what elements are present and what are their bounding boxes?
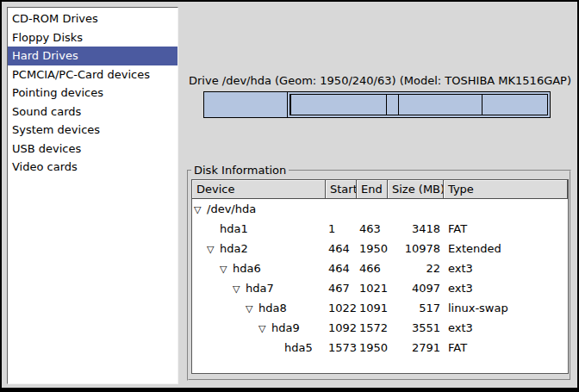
table-row-hda7[interactable]: ▽hda746710214097ext3 xyxy=(192,278,568,298)
partition-segment-hda9 xyxy=(399,94,482,115)
device-cell: ▽hda7 xyxy=(192,278,326,298)
end-cell: 1950 xyxy=(357,338,388,358)
start-cell: 1573 xyxy=(326,338,357,358)
table-body: ▽/dev/hdahda114633418FAT▽hda246419501097… xyxy=(192,199,568,358)
type-cell: FAT xyxy=(444,338,568,358)
partition-segment-hda7 xyxy=(291,94,387,115)
sidebar-item-pointing-devices[interactable]: Pointing devices xyxy=(8,84,177,103)
sidebar-item-system-devices[interactable]: System devices xyxy=(8,121,177,140)
disk-information-table: DeviceStartEndSize (MB)Type ▽/dev/hdahda… xyxy=(191,179,569,374)
table-row-dev-hda[interactable]: ▽/dev/hda xyxy=(192,199,568,219)
device-name: /dev/hda xyxy=(207,202,256,215)
disk-information-frame-label: Disk Information xyxy=(191,164,289,177)
partition-segment-hda2 xyxy=(288,92,550,117)
size-cell: 3418 xyxy=(388,219,444,239)
device-name: hda6 xyxy=(233,262,261,275)
end-cell: 466 xyxy=(357,258,388,278)
end-cell: 1021 xyxy=(357,278,388,298)
start-cell: 467 xyxy=(326,278,357,298)
device-cell: ▽hda9 xyxy=(192,318,326,338)
size-cell: 22 xyxy=(388,258,444,278)
expander-open-icon[interactable]: ▽ xyxy=(258,319,271,338)
start-cell: 1022 xyxy=(326,298,357,318)
sidebar-item-floppy-disks[interactable]: Floppy Disks xyxy=(8,28,177,47)
table-row-hda9[interactable]: ▽hda9109215723551ext3 xyxy=(192,318,568,338)
partition-bar xyxy=(203,91,551,118)
table-row-hda5[interactable]: hda5157319502791FAT xyxy=(192,338,568,358)
sidebar-item-hard-drives[interactable]: Hard Drives xyxy=(8,47,177,65)
window-content: CD-ROM DrivesFloppy DisksHard DrivesPCMC… xyxy=(2,2,577,388)
end-cell: 1572 xyxy=(357,318,388,338)
start-cell: 464 xyxy=(326,258,357,278)
device-name: hda7 xyxy=(246,282,274,295)
start-cell: 1092 xyxy=(326,318,357,338)
drive-title: Drive /dev/hda (Geom: 1950/240/63) (Mode… xyxy=(185,74,575,88)
hardware-browser-window: CD-ROM DrivesFloppy DisksHard DrivesPCMC… xyxy=(0,0,579,392)
table-row-hda6[interactable]: ▽hda646446622ext3 xyxy=(192,258,568,278)
expander-open-icon[interactable]: ▽ xyxy=(233,279,246,298)
column-header-size-mb[interactable]: Size (MB) xyxy=(388,180,444,199)
type-cell: linux-swap xyxy=(444,298,568,318)
type-cell xyxy=(444,199,568,219)
type-cell: FAT xyxy=(444,219,568,239)
size-cell: 4097 xyxy=(388,278,444,298)
end-cell: 463 xyxy=(357,219,388,239)
sidebar-item-usb-devices[interactable]: USB devices xyxy=(8,140,177,159)
device-cell: hda5 xyxy=(192,338,326,358)
type-cell: Extended xyxy=(444,239,568,258)
sidebar-item-pcmcia-pc-card-devices[interactable]: PCMCIA/PC-Card devices xyxy=(8,65,177,84)
expander-open-icon[interactable]: ▽ xyxy=(207,240,220,258)
column-header-start[interactable]: Start xyxy=(326,180,357,199)
partition-segment-hda8 xyxy=(387,94,399,115)
sidebar-item-video-cards[interactable]: Video cards xyxy=(8,158,177,177)
end-cell: 1950 xyxy=(357,239,388,258)
size-cell xyxy=(388,199,444,219)
size-cell: 10978 xyxy=(388,239,444,258)
type-cell: ext3 xyxy=(444,258,568,278)
column-header-end[interactable]: End xyxy=(357,180,388,199)
device-name: hda8 xyxy=(258,302,287,314)
disk-information-frame: Disk Information DeviceStartEndSize (MB)… xyxy=(187,170,571,381)
table-row-hda8[interactable]: ▽hda810221091517linux-swap xyxy=(192,298,568,318)
end-cell xyxy=(357,199,388,219)
device-name: hda5 xyxy=(284,341,313,354)
size-cell: 3551 xyxy=(388,318,444,338)
device-cell: hda1 xyxy=(192,219,326,239)
device-name: hda1 xyxy=(220,222,248,235)
expander-open-icon[interactable]: ▽ xyxy=(194,200,207,219)
device-name: hda2 xyxy=(220,242,248,255)
device-name: hda9 xyxy=(271,321,300,334)
column-header-device[interactable]: Device xyxy=(192,180,326,199)
table-row-hda2[interactable]: ▽hda2464195010978Extended xyxy=(192,239,568,258)
size-cell: 2791 xyxy=(388,338,444,358)
device-cell: ▽hda8 xyxy=(192,298,326,318)
partition-segment-hda1 xyxy=(204,92,288,117)
table-header-row: DeviceStartEndSize (MB)Type xyxy=(192,180,568,199)
start-cell: 1 xyxy=(326,219,357,239)
size-cell: 517 xyxy=(388,298,444,318)
start-cell: 464 xyxy=(326,239,357,258)
device-cell: ▽/dev/hda xyxy=(192,199,326,219)
device-cell: ▽hda2 xyxy=(192,239,326,258)
type-cell: ext3 xyxy=(444,318,568,338)
expander-open-icon[interactable]: ▽ xyxy=(220,259,233,278)
partition-segment-hda5 xyxy=(482,94,548,115)
end-cell: 1091 xyxy=(357,298,388,318)
type-cell: ext3 xyxy=(444,278,568,298)
expander-open-icon[interactable]: ▽ xyxy=(246,299,258,318)
sidebar-item-sound-cards[interactable]: Sound cards xyxy=(8,103,177,121)
start-cell xyxy=(326,199,357,219)
device-category-list[interactable]: CD-ROM DrivesFloppy DisksHard DrivesPCMC… xyxy=(7,7,178,384)
column-header-type[interactable]: Type xyxy=(444,180,568,199)
sidebar-item-cd-rom-drives[interactable]: CD-ROM Drives xyxy=(8,9,177,28)
device-cell: ▽hda6 xyxy=(192,258,326,278)
table-row-hda1[interactable]: hda114633418FAT xyxy=(192,219,568,239)
